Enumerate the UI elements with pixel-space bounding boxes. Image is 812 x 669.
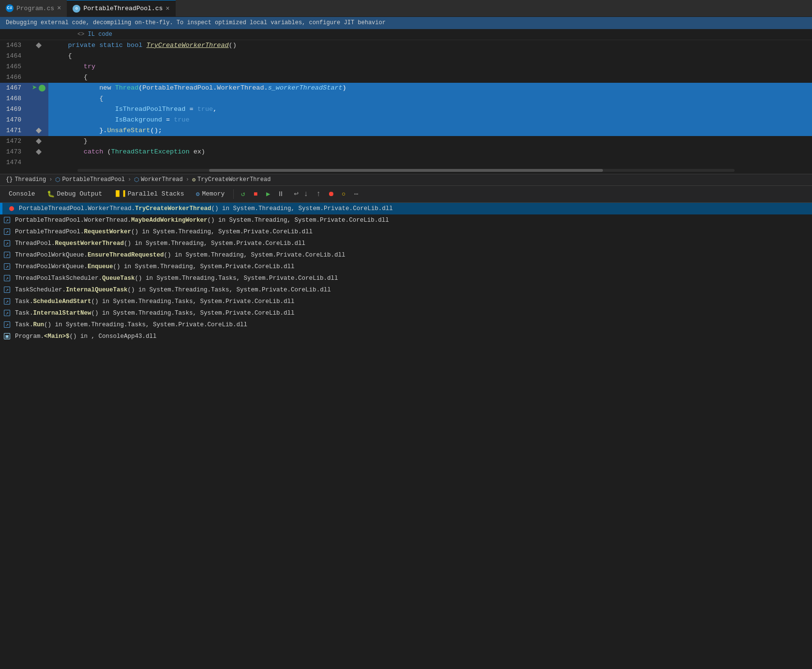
program-cs-icon: C# — [6, 4, 14, 12]
toolbar-sep-1 — [233, 189, 234, 199]
call-stack-frame-10[interactable]: ↗ Task.InternalStartNew() in System.Thre… — [0, 307, 812, 319]
call-stack-frame-12[interactable]: ▣ Program.<Main>$() in , ConsoleApp43.dl… — [0, 331, 812, 342]
frame7-text: ThreadPoolTaskScheduler.QueueTask() in S… — [13, 275, 338, 282]
breadcrumb-sep-1: › — [49, 176, 52, 183]
tab-program-close[interactable]: × — [57, 5, 61, 12]
tab-bar: C# Program.cs × ⚙ PortableThreadPool.cs … — [0, 0, 812, 17]
external-icon-2: ↗ — [4, 217, 10, 223]
bug-icon: 🐛 — [47, 190, 55, 198]
breakpoint-1473 — [36, 149, 42, 155]
record-btn[interactable]: ⏺ — [326, 189, 336, 199]
restart-btn[interactable]: ↺ — [238, 189, 248, 199]
circle-btn[interactable]: ○ — [338, 189, 349, 199]
code-line-1468: 1468 { — [0, 93, 812, 104]
breadcrumb-threading[interactable]: {} Threading — [6, 176, 46, 183]
breadcrumb-bar: {} Threading › ⬡ PortableThreadPool › ⬡ … — [0, 174, 812, 185]
line-num-1465: 1465 — [0, 63, 29, 70]
gutter-1472 — [29, 138, 48, 144]
tab-parallel-stacks[interactable]: ▐▌▐ Parallel Stacks — [109, 188, 189, 199]
console-label: Console — [9, 190, 35, 198]
continue-btn[interactable]: ▶ — [263, 189, 273, 199]
info-bar: Debugging external code, decompiling on-… — [0, 17, 812, 29]
call-stack-frame-8[interactable]: ↗ TaskScheduler.InternalQueueTask() in S… — [0, 284, 812, 296]
breakpoint-1472 — [36, 138, 42, 144]
code-lines: 1463 private static bool TryCreateWorker… — [0, 40, 812, 168]
breadcrumb-portablethreadpool-label: PortableThreadPool — [62, 176, 125, 183]
more-btn[interactable]: ⋯ — [351, 189, 361, 199]
breadcrumb-workerthread-label: WorkerThread — [141, 176, 182, 183]
gutter-1467: ➤ — [29, 84, 48, 92]
call-stack: PortableThreadPool.WorkerThread.TryCreat… — [0, 203, 812, 342]
bottom-toolbar: Console 🐛 Debug Output ▐▌▐ Parallel Stac… — [0, 185, 812, 203]
tab-program-label: Program.cs — [16, 5, 54, 12]
code-line-1465: 1465 try — [0, 61, 812, 72]
scrollbar-thumb[interactable] — [209, 169, 603, 172]
call-stack-frame-6[interactable]: ↗ ThreadPoolWorkQueue.Enqueue() in Syste… — [0, 261, 812, 273]
call-stack-frame-3[interactable]: ↗ PortableThreadPool.RequestWorker() in … — [0, 226, 812, 238]
threading-curly-icon: {} — [6, 176, 13, 183]
line-num-1471: 1471 — [0, 127, 29, 134]
tab-debug-output[interactable]: 🐛 Debug Output — [42, 188, 107, 200]
code-content-1473: catch (ThreadStartException ex) — [48, 147, 812, 157]
code-content-1471: }.UnsafeStart(); — [48, 125, 812, 136]
trycreate-method-icon: ⚙ — [192, 176, 195, 183]
code-content-1472: } — [48, 136, 812, 147]
external-icon-9: ↗ — [4, 298, 10, 304]
code-line-1469: 1469 IsThreadPoolThread = true, — [0, 104, 812, 115]
code-line-1463: 1463 private static bool TryCreateWorker… — [0, 40, 812, 51]
memory-chip-icon: ⚙ — [196, 190, 200, 198]
call-stack-frame-5[interactable]: ↗ ThreadPoolWorkQueue.EnsureThreadReques… — [0, 249, 812, 261]
frame8-text: TaskScheduler.InternalQueueTask() in Sys… — [13, 287, 331, 293]
external-icon-7: ↗ — [4, 275, 10, 281]
gutter-1473 — [29, 149, 48, 155]
line-num-1464: 1464 — [0, 52, 29, 60]
code-content-1468: { — [48, 93, 812, 104]
frame1-text: PortableThreadPool.WorkerThread.TryCreat… — [17, 205, 393, 212]
parallel-stacks-label: Parallel Stacks — [128, 190, 184, 198]
frame9-text: Task.ScheduleAndStart() in System.Thread… — [13, 298, 295, 305]
call-stack-frame-9[interactable]: ↗ Task.ScheduleAndStart() in System.Thre… — [0, 296, 812, 307]
breakpoint-1463 — [36, 43, 42, 48]
line-num-1467: 1467 — [0, 84, 29, 91]
execution-arrow: ➤ — [32, 84, 37, 92]
breadcrumb-trycreate[interactable]: ⚙ TryCreateWorkerThread — [192, 176, 271, 183]
call-stack-frame-4[interactable]: ↗ ThreadPool.RequestWorkerThread() in Sy… — [0, 238, 812, 249]
call-stack-frame-7[interactable]: ↗ ThreadPoolTaskScheduler.QueueTask() in… — [0, 273, 812, 284]
stop-btn[interactable]: ■ — [250, 189, 261, 199]
breadcrumb-portablethreadpool[interactable]: ⬡ PortableThreadPool — [55, 176, 125, 183]
breakpoint-dot-1467 — [39, 85, 45, 91]
memory-label: Memory — [202, 190, 225, 198]
frame4-text: ThreadPool.RequestWorkerThread() in Syst… — [13, 240, 305, 247]
step-out-btn[interactable]: ↑ — [313, 189, 324, 199]
tab-portablethreadpool[interactable]: ⚙ PortableThreadPool.cs × — [67, 0, 175, 17]
tab-console[interactable]: Console — [4, 188, 40, 199]
frame12-text: Program.<Main>$() in , ConsoleApp43.dll — [13, 333, 157, 340]
step-into-btn[interactable]: ↓ — [301, 189, 311, 199]
active-frame-indicator — [0, 203, 2, 214]
call-stack-frame-2[interactable]: ↗ PortableThreadPool.WorkerThread.MaybeA… — [0, 214, 812, 226]
frame6-text: ThreadPoolWorkQueue.Enqueue() in System.… — [13, 263, 295, 270]
breadcrumb-sep-3: › — [186, 176, 189, 183]
call-stack-frame-11[interactable]: ↗ Task.Run() in System.Threading.Tasks, … — [0, 319, 812, 331]
code-area: <> IL code 1463 private static bool TryC… — [0, 29, 812, 173]
tab-portablethreadpool-close[interactable]: × — [165, 5, 169, 12]
code-line-1472: 1472 } — [0, 136, 812, 147]
external-icon-3: ↗ — [4, 228, 10, 235]
pause-btn[interactable]: ⏸ — [275, 189, 286, 199]
breadcrumb-workerthread[interactable]: ⬡ WorkerThread — [134, 176, 182, 183]
horizontal-scrollbar[interactable] — [0, 169, 812, 173]
breakpoint-1471 — [36, 128, 42, 134]
portablethreadpool-cube-icon: ⬡ — [55, 176, 60, 183]
call-stack-frame-1[interactable]: PortableThreadPool.WorkerThread.TryCreat… — [0, 203, 812, 214]
external-icon-6: ↗ — [4, 263, 10, 270]
code-line-1464: 1464 { — [0, 51, 812, 61]
frame3-text: PortableThreadPool.RequestWorker() in Sy… — [13, 228, 313, 235]
tab-program[interactable]: C# Program.cs × — [0, 0, 67, 17]
step-back-btn[interactable]: ↪ — [288, 189, 299, 199]
code-content-1469: IsThreadPoolThread = true, — [48, 104, 812, 115]
breadcrumb-trycreate-label: TryCreateWorkerThread — [197, 176, 271, 183]
line-num-1468: 1468 — [0, 95, 29, 102]
tab-memory[interactable]: ⚙ Memory — [191, 188, 230, 200]
external-icon-5: ↗ — [4, 252, 10, 258]
code-content-1463: private static bool TryCreateWorkerThrea… — [48, 40, 812, 51]
